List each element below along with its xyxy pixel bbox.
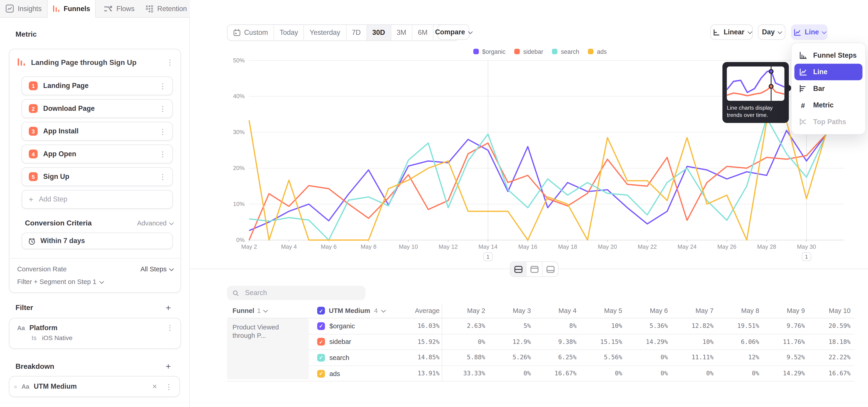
add-step-label: Add Step	[39, 195, 166, 203]
chevron-down-icon	[747, 29, 752, 34]
metric-heading: Metric	[16, 30, 37, 38]
legend-item-search[interactable]: search	[552, 48, 579, 55]
kebab-menu-icon[interactable]	[159, 173, 166, 181]
add-filter-button[interactable]: +	[164, 304, 173, 312]
menu-item-top-paths[interactable]: Top Paths	[792, 114, 865, 130]
cell-value: 11.76%	[762, 338, 807, 345]
scale-dropdown[interactable]: Linear	[710, 24, 753, 40]
filter-property: Platform	[29, 323, 162, 331]
breakdown-column-dropdown[interactable]: UTM Medium 4	[309, 307, 393, 315]
line-chart-preview	[727, 66, 784, 101]
series-checkbox[interactable]	[317, 338, 325, 346]
table-row-ads[interactable]: ads13.91%33.33%0%16.67%0%0%0%0%14.29%16.…	[227, 366, 854, 382]
kebab-menu-icon[interactable]	[159, 127, 166, 135]
range-custom[interactable]: Custom	[228, 25, 274, 40]
table-row-organic[interactable]: $organic16.03%2.63%5%8%10%5.36%12.82%19.…	[227, 318, 854, 334]
filter-card[interactable]: Aa Platform Is iOS Native	[9, 318, 181, 349]
compare-button[interactable]: Compare	[437, 24, 469, 40]
legend-swatch	[515, 49, 520, 54]
series-checkbox[interactable]	[317, 370, 325, 377]
kebab-menu-icon[interactable]	[165, 382, 173, 391]
funnel-step-4[interactable]: 4App Open	[22, 145, 173, 163]
menu-item-bar[interactable]: Bar	[792, 80, 865, 97]
svg-text:50%: 50%	[233, 57, 245, 64]
table-row-sidebar[interactable]: sidebar15.92%0%12.9%9.38%15.15%14.29%10%…	[227, 334, 854, 350]
range-3m[interactable]: 3M	[391, 25, 412, 40]
average-value: 16.03%	[393, 322, 442, 330]
legend-item-ads[interactable]: ads	[588, 48, 607, 55]
kebab-menu-icon[interactable]	[166, 323, 174, 332]
legend-swatch	[473, 49, 479, 54]
funnel-step-3[interactable]: 3App Install	[22, 122, 173, 140]
cell-value: 16.67%	[533, 370, 579, 377]
funnel-title-row[interactable]: Landing Page through Sign Up	[9, 49, 181, 72]
chart-legend: $organicsidebarsearchads	[473, 48, 607, 55]
conversion-rate-label: Conversion Rate	[17, 265, 141, 273]
tab-flows[interactable]: Flows	[95, 0, 143, 18]
funnel-step-2[interactable]: 2Download Page	[22, 99, 173, 118]
range-today[interactable]: Today	[274, 25, 304, 40]
drag-handle-icon[interactable]	[14, 383, 17, 389]
breakdown-card[interactable]: Aa UTM Medium	[9, 376, 180, 397]
legend-item-organic[interactable]: $organic	[473, 48, 506, 55]
kebab-menu-icon[interactable]	[159, 104, 166, 113]
funnel-step-5[interactable]: 5Sign Up	[22, 167, 173, 186]
table-search[interactable]	[227, 286, 365, 300]
range-yesterday[interactable]: Yesterday	[304, 25, 346, 40]
range-30d[interactable]: 30D	[366, 25, 391, 40]
tab-retention[interactable]: Retention	[143, 0, 190, 18]
kebab-menu-icon[interactable]	[166, 58, 174, 66]
filter-operator[interactable]: Is	[32, 335, 37, 341]
cell-value: 0%	[579, 370, 624, 377]
funnels-icon	[53, 4, 60, 13]
range-label: Yesterday	[310, 29, 340, 36]
chevron-down-icon	[99, 279, 104, 284]
advanced-dropdown[interactable]: Advanced	[137, 219, 173, 227]
search-input[interactable]	[244, 288, 360, 298]
step-number-badge: 3	[29, 127, 37, 136]
kebab-menu-icon[interactable]	[159, 150, 166, 158]
kebab-menu-icon[interactable]	[159, 82, 166, 90]
menu-item-line[interactable]: Line	[794, 64, 862, 80]
filter-value[interactable]: iOS Native	[42, 335, 72, 341]
series-checkbox[interactable]	[317, 354, 325, 362]
legend-label: sidebar	[523, 48, 543, 55]
remove-breakdown-icon[interactable]	[152, 383, 157, 390]
property-type-badge: Aa	[17, 324, 25, 331]
cell-value: 5%	[487, 322, 533, 330]
add-step-button[interactable]: +Add Step	[22, 190, 173, 209]
range-6m[interactable]: 6M	[412, 25, 433, 40]
select-all-checkbox[interactable]	[317, 307, 325, 315]
layout-split-button[interactable]	[510, 262, 526, 276]
funnel-group-cell[interactable]: Product Viewed through P...	[227, 318, 309, 379]
cell-value: 10%	[579, 322, 624, 330]
svg-text:May 8: May 8	[361, 244, 376, 250]
legend-item-sidebar[interactable]: sidebar	[515, 48, 544, 55]
chart-type-dropdown[interactable]: Line	[791, 24, 828, 40]
range-7d[interactable]: 7D	[346, 25, 366, 40]
chevron-down-icon	[468, 29, 473, 34]
funnel-step-1[interactable]: 1Landing Page	[22, 76, 173, 95]
range-label: Custom	[244, 29, 268, 36]
svg-text:May 26: May 26	[717, 244, 736, 250]
svg-text:May 2: May 2	[241, 244, 257, 250]
layout-table-only-button[interactable]	[542, 262, 558, 276]
annotation-badge[interactable]: 1	[484, 253, 492, 261]
layout-chart-only-button[interactable]	[526, 262, 542, 276]
annotation-badge[interactable]: 1	[802, 253, 811, 261]
series-checkbox[interactable]	[317, 322, 325, 330]
add-breakdown-button[interactable]: +	[164, 362, 173, 371]
legend-label: $organic	[482, 48, 505, 55]
series-name: ads	[329, 370, 340, 377]
conversion-window[interactable]: Within 7 days	[22, 233, 173, 249]
cell-value: 9.52%	[762, 354, 807, 361]
granularity-dropdown[interactable]: Day	[758, 24, 785, 40]
table-row-search[interactable]: search14.85%5.88%5.26%6.25%5.56%0%11.11%…	[227, 350, 854, 366]
conversion-rate-dropdown[interactable]: All Steps	[141, 265, 173, 273]
funnel-column-dropdown[interactable]: Funnel 1	[227, 307, 309, 315]
tab-funnels[interactable]: Funnels	[47, 0, 96, 18]
menu-item-metric[interactable]: # Metric	[792, 97, 865, 114]
filter-segment-dropdown[interactable]: Filter + Segment on Step 1	[17, 278, 173, 286]
tab-insights[interactable]: Insights	[0, 0, 47, 18]
menu-item-funnel-steps[interactable]: Funnel Steps	[792, 47, 865, 64]
